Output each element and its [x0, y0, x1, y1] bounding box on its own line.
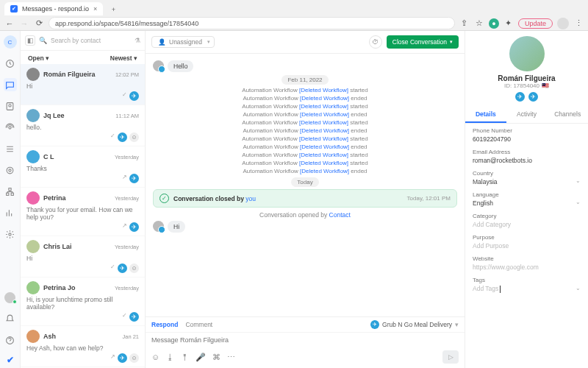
user-avatar-icon[interactable] — [4, 291, 17, 304]
chevron-down-icon[interactable]: ⌄ — [576, 177, 581, 184]
sort-filter[interactable]: Newest ▾ — [110, 54, 137, 62]
chevron-down-icon[interactable]: ⌄ — [576, 285, 581, 291]
conversation-row[interactable]: Román Filgueira 12:02 PM Hi ✓✈ — [21, 64, 145, 105]
field-value[interactable]: English — [473, 199, 581, 207]
profile-field[interactable]: Language English ⌄ — [473, 191, 581, 207]
new-tab-button[interactable]: + — [107, 4, 119, 15]
profile-field[interactable]: Phone Number 60192204790 — [473, 127, 581, 143]
messages-icon[interactable] — [4, 78, 17, 91]
chevron-down-icon[interactable]: ⌄ — [576, 199, 581, 205]
workflow-link[interactable]: [Deleted Workflow] — [299, 103, 348, 110]
profile-field[interactable]: Email Address roman@rocketbots.io — [473, 149, 581, 164]
workspace-avatar[interactable]: C — [4, 35, 17, 49]
address-bar[interactable]: app.respond.io/space/54816/message/17854… — [49, 17, 455, 29]
workflows-icon[interactable] — [4, 163, 17, 177]
closed-by-link[interactable]: you — [245, 195, 256, 202]
profile-avatar[interactable] — [557, 18, 569, 29]
settings-icon[interactable] — [4, 227, 17, 241]
org-icon[interactable] — [4, 185, 17, 198]
telegram-icon[interactable]: ✈ — [528, 92, 538, 102]
conversation-row[interactable]: Chris Lai Yesterday Hi ✓✈☺ — [21, 236, 145, 277]
inbox-toggle-icon[interactable]: ◧ — [25, 35, 35, 46]
field-value[interactable]: Add Category — [473, 221, 581, 228]
conversation-row[interactable]: Petrina Jo Yesterday Hi, is your lunchti… — [21, 277, 145, 326]
attach-icon[interactable]: ⭳ — [166, 353, 174, 361]
field-value[interactable]: https://www.google.com — [473, 263, 581, 271]
workflow-link[interactable]: [Deleted Workflow] — [299, 87, 348, 93]
search-input[interactable]: Search by contact — [51, 37, 131, 44]
browser-chrome: ✔ Messages - respond.io × + ← → ⟳ app.re… — [0, 0, 588, 31]
conversation-row[interactable]: C L Yesterday Thanks ↗✈ — [21, 146, 145, 188]
extension-icon[interactable]: ● — [489, 18, 499, 29]
contact-name: Chris Lai — [43, 243, 111, 250]
svg-point-3 — [9, 126, 11, 128]
profile-field[interactable]: Website https://www.google.com — [473, 255, 581, 271]
channel-select[interactable]: ✈Grub N Go Meal Delivery ▾ — [370, 320, 459, 329]
more-icon[interactable]: ⋯ — [227, 353, 235, 362]
open-filter[interactable]: Open ▾ — [28, 54, 49, 62]
voice-icon[interactable]: 🎤 — [196, 353, 206, 362]
extensions-icon[interactable]: ✦ — [503, 18, 514, 29]
update-button[interactable]: Update — [518, 18, 553, 29]
workflow-link[interactable]: [Deleted Workflow] — [300, 168, 349, 174]
field-value[interactable]: Malaysia — [473, 178, 581, 185]
list-icon[interactable] — [4, 142, 17, 155]
conversation-row[interactable]: Jq Lee 11:12 AM hello. ✓✈☺ — [21, 105, 145, 146]
workflow-link[interactable]: [Deleted Workflow] — [299, 119, 348, 126]
broadcast-icon[interactable] — [4, 121, 17, 134]
tab-respond[interactable]: Respond — [151, 321, 178, 328]
workflow-link[interactable]: [Deleted Workflow] — [299, 135, 348, 142]
workflow-link[interactable]: [Deleted Workflow] — [299, 160, 348, 166]
filter-icon[interactable]: ⚗ — [135, 37, 140, 44]
profile-field[interactable]: Category Add Category — [473, 213, 581, 228]
opened-by-link[interactable]: Contact — [329, 211, 351, 219]
help-icon[interactable] — [4, 333, 17, 347]
profile-field[interactable]: Tags Add Tags ⌄ — [473, 277, 581, 293]
close-conversation-button[interactable]: Close Conversation — [387, 35, 459, 49]
profile-field[interactable]: Purpose Add Purpose — [473, 234, 581, 250]
emoji-icon[interactable]: ☺ — [151, 353, 159, 361]
field-value[interactable]: Add Purpose — [473, 242, 581, 250]
field-value[interactable]: roman@rocketbots.io — [473, 157, 581, 164]
browser-tab[interactable]: ✔ Messages - respond.io × — [4, 2, 103, 15]
message-input[interactable] — [151, 336, 459, 344]
contacts-icon[interactable] — [4, 99, 17, 113]
forward-icon[interactable]: → — [19, 18, 29, 29]
svg-point-2 — [9, 104, 11, 106]
search-icon[interactable]: 🔍 — [39, 37, 47, 44]
field-value[interactable]: Add Tags — [473, 285, 581, 293]
read-icon: ✓ — [122, 91, 127, 101]
conversation-row[interactable]: Ash Jan 21 Hey Ash, how can we help? ↗✈☺ — [21, 326, 145, 367]
dashboard-icon[interactable] — [4, 57, 17, 70]
menu-icon[interactable]: ⋮ — [573, 18, 584, 29]
telegram-icon[interactable]: ✈ — [515, 92, 525, 102]
tab-details[interactable]: Details — [465, 107, 506, 123]
snippet-icon[interactable]: ⌘ — [212, 353, 220, 362]
snooze-icon[interactable]: ⏱ — [369, 35, 382, 49]
assignee-dropdown[interactable]: 👤 Unassigned — [151, 36, 215, 48]
upload-icon[interactable]: ⭱ — [181, 353, 189, 361]
timestamp: 12:02 PM — [115, 71, 139, 78]
field-value[interactable]: 60192204790 — [473, 135, 581, 143]
back-icon[interactable]: ← — [4, 18, 15, 29]
send-button[interactable]: ▷ — [442, 350, 459, 364]
reports-icon[interactable] — [4, 206, 17, 219]
tab-comment[interactable]: Comment — [185, 321, 212, 328]
workflow-link[interactable]: [Deleted Workflow] — [300, 127, 349, 134]
conversation-row[interactable]: Petrina Yesterday Thank you for your ema… — [21, 188, 145, 236]
profile-avatar[interactable] — [509, 36, 545, 71]
star-icon[interactable]: ☆ — [474, 18, 484, 29]
tab-channels[interactable]: Channels — [547, 107, 588, 123]
workflow-link[interactable]: [Deleted Workflow] — [300, 111, 349, 118]
messages-area[interactable]: Hello Feb 11, 2022 Automation Workflow [… — [146, 54, 465, 316]
share-icon[interactable]: ⇪ — [459, 18, 470, 29]
contact-avatar — [26, 150, 40, 163]
workflow-link[interactable]: [Deleted Workflow] — [300, 95, 349, 102]
workflow-link[interactable]: [Deleted Workflow] — [299, 152, 348, 158]
notifications-icon[interactable] — [4, 312, 17, 325]
workflow-link[interactable]: [Deleted Workflow] — [300, 144, 349, 150]
close-tab-icon[interactable]: × — [93, 5, 97, 13]
reload-icon[interactable]: ⟳ — [34, 18, 44, 29]
profile-field[interactable]: Country Malaysia ⌄ — [473, 170, 581, 185]
tab-activity[interactable]: Activity — [506, 107, 548, 123]
